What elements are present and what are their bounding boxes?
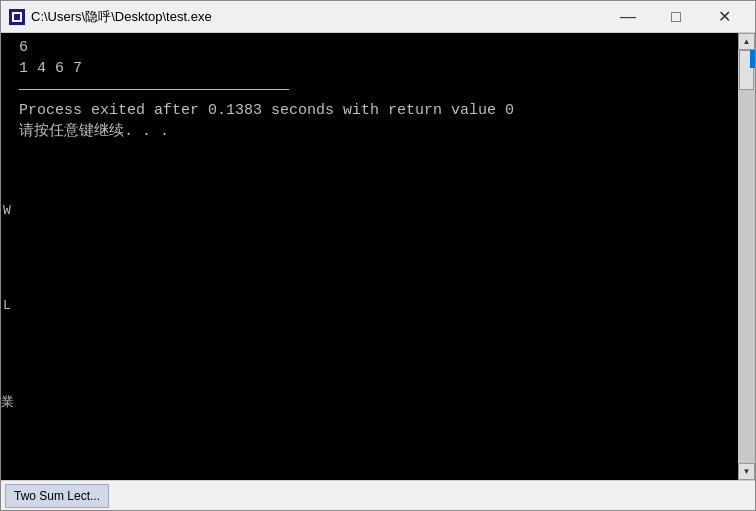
output-line5: 请按任意键继续. . . bbox=[19, 123, 169, 140]
vertical-scrollbar[interactable]: ▲ ▼ bbox=[738, 33, 755, 480]
minimize-button[interactable]: — bbox=[605, 3, 651, 31]
window-controls: — □ ✕ bbox=[605, 3, 747, 31]
output-line1: 6 bbox=[19, 39, 28, 56]
output-line4: Process exited after 0.1383 seconds with… bbox=[19, 102, 514, 119]
console-area: 6 1 4 6 7 ——————————————————————————————… bbox=[13, 33, 755, 480]
console-content[interactable]: 6 1 4 6 7 ——————————————————————————————… bbox=[13, 33, 738, 480]
close-button[interactable]: ✕ bbox=[701, 3, 747, 31]
left-strip: W L 業 3 3 bbox=[1, 33, 13, 480]
scrollbar-track[interactable] bbox=[738, 50, 755, 463]
title-bar: C:\Users\隐呼\Desktop\test.exe — □ ✕ bbox=[1, 1, 755, 33]
left-char-l: L bbox=[3, 298, 11, 313]
scroll-position-indicator bbox=[750, 50, 755, 68]
window-title: C:\Users\隐呼\Desktop\test.exe bbox=[31, 8, 605, 26]
console-window: C:\Users\隐呼\Desktop\test.exe — □ ✕ W L 業… bbox=[0, 0, 756, 511]
left-char-w: W bbox=[3, 203, 11, 218]
output-line2: 1 4 6 7 bbox=[19, 60, 82, 77]
scrollbar-up-button[interactable]: ▲ bbox=[738, 33, 755, 50]
cmd-icon-inner bbox=[12, 12, 22, 22]
left-char-business: 業 bbox=[1, 393, 14, 411]
cmd-icon bbox=[9, 9, 25, 25]
taskbar: Two Sum Lect... bbox=[1, 480, 755, 510]
maximize-button[interactable]: □ bbox=[653, 3, 699, 31]
scrollbar-down-button[interactable]: ▼ bbox=[738, 463, 755, 480]
taskbar-item[interactable]: Two Sum Lect... bbox=[5, 484, 109, 508]
output-line3: —————————————————————————————— bbox=[19, 81, 289, 98]
console-output: 6 1 4 6 7 ——————————————————————————————… bbox=[19, 37, 732, 142]
